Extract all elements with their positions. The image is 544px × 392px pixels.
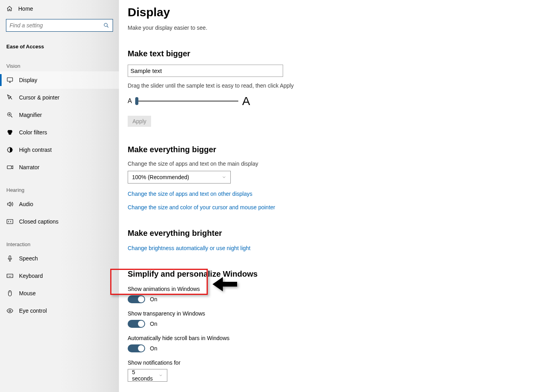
notifications-dropdown[interactable]: 5 seconds	[128, 369, 167, 382]
sidebar-item-high-contrast[interactable]: High contrast	[0, 141, 119, 159]
sidebar-item-label: Keyboard	[19, 273, 43, 279]
link-cursor-pointer[interactable]: Change the size and color of your cursor…	[128, 204, 532, 210]
mouse-icon	[6, 290, 13, 297]
sidebar-item-cursor-pointer[interactable]: Cursor & pointer	[0, 89, 119, 106]
narrator-icon	[6, 164, 13, 171]
slider-thumb[interactable]	[135, 97, 138, 105]
slider-track[interactable]	[135, 101, 238, 101]
sidebar-item-color-filters[interactable]: Color filters	[0, 124, 119, 141]
search-icon	[103, 22, 109, 29]
scale-description: Change the size of apps and text on the …	[128, 161, 532, 167]
toggle-label-transparency: Show transparency in Windows	[128, 310, 532, 317]
text-size-min-icon: A	[128, 98, 132, 105]
sidebar-item-label: Speech	[19, 255, 38, 262]
section-make-text-bigger-heading: Make text bigger	[128, 49, 532, 58]
toggle-label-scrollbars: Automatically hide scroll bars in Window…	[128, 335, 532, 341]
sidebar-item-label: Magnifier	[19, 112, 42, 118]
toggle-transparency[interactable]	[128, 320, 145, 328]
sidebar-item-narrator[interactable]: Narrator	[0, 159, 119, 176]
scale-dropdown[interactable]: 100% (Recommended)	[128, 171, 231, 184]
sidebar-item-label: Closed captions	[19, 218, 59, 225]
sidebar: Home Ease of Access VisionDisplayCursor …	[0, 0, 119, 392]
sidebar-item-speech[interactable]: Speech	[0, 250, 119, 267]
filters-icon	[6, 129, 13, 136]
sidebar-item-label: Color filters	[19, 129, 47, 136]
notifications-label: Show notifications for	[128, 359, 532, 366]
captions-icon	[6, 218, 13, 225]
sidebar-item-mouse[interactable]: Mouse	[0, 285, 119, 302]
section-simplify-heading: Simplify and personalize Windows	[128, 270, 532, 279]
home-icon	[6, 6, 13, 12]
eye-icon	[6, 307, 13, 314]
sidebar-item-label: Audio	[19, 201, 33, 207]
magnifier-icon	[6, 111, 13, 119]
search-input[interactable]	[10, 22, 103, 29]
toggle-state-transparency: On	[150, 321, 157, 327]
sidebar-item-keyboard[interactable]: Keyboard	[0, 267, 119, 285]
section-make-everything-brighter-heading: Make everything brighter	[128, 229, 532, 238]
sidebar-group-label: Interaction	[0, 230, 119, 250]
speech-icon	[6, 255, 13, 262]
sidebar-item-label: Eye control	[19, 308, 47, 314]
monitor-icon	[6, 76, 13, 84]
sidebar-group-label: Hearing	[0, 176, 119, 195]
sidebar-category: Ease of Access	[0, 32, 119, 52]
contrast-icon	[6, 146, 13, 153]
sample-text-box: Sample text	[128, 65, 283, 77]
section-make-everything-bigger-heading: Make everything bigger	[128, 145, 532, 154]
sidebar-item-magnifier[interactable]: Magnifier	[0, 106, 119, 124]
sidebar-item-label: High contrast	[19, 147, 52, 153]
notifications-dropdown-value: 5 seconds	[132, 369, 155, 382]
toggle-animations[interactable]	[128, 295, 145, 303]
apply-button[interactable]: Apply	[128, 116, 151, 127]
chevron-down-icon	[159, 373, 163, 378]
audio-icon	[6, 201, 13, 208]
link-other-displays[interactable]: Change the size of apps and text on othe…	[128, 191, 532, 197]
text-size-max-icon: A	[242, 94, 250, 108]
sidebar-item-label: Mouse	[19, 290, 36, 296]
main-content: Display Make your display easier to see.…	[119, 0, 544, 392]
chevron-down-icon	[222, 175, 226, 180]
sidebar-item-display[interactable]: Display	[0, 71, 119, 89]
sidebar-item-label: Cursor & pointer	[19, 94, 59, 101]
toggle-label-animations: Show animations in Windows	[128, 286, 532, 292]
link-night-light[interactable]: Change brightness automatically or use n…	[128, 245, 532, 251]
page-title: Display	[128, 6, 532, 19]
sidebar-item-label: Narrator	[19, 164, 39, 170]
keyboard-icon	[6, 272, 13, 279]
scale-dropdown-value: 100% (Recommended)	[132, 174, 189, 180]
cursor-icon	[6, 94, 13, 101]
sidebar-item-eye-control[interactable]: Eye control	[0, 302, 119, 319]
toggle-scrollbars[interactable]	[128, 344, 145, 352]
page-subtitle: Make your display easier to see.	[128, 25, 532, 31]
text-size-hint: Drag the slider until the sample text is…	[128, 82, 532, 89]
search-input-container[interactable]	[6, 19, 113, 32]
text-size-slider[interactable]: A A	[128, 94, 532, 108]
sidebar-item-audio[interactable]: Audio	[0, 195, 119, 213]
toggle-state-animations: On	[150, 296, 157, 302]
sidebar-item-closed-captions[interactable]: Closed captions	[0, 213, 119, 230]
sidebar-home[interactable]: Home	[0, 0, 119, 17]
sidebar-item-label: Display	[19, 77, 37, 83]
toggle-state-scrollbars: On	[150, 345, 157, 352]
sidebar-group-label: Vision	[0, 52, 119, 71]
svg-point-0	[104, 23, 107, 27]
home-label: Home	[18, 6, 33, 12]
